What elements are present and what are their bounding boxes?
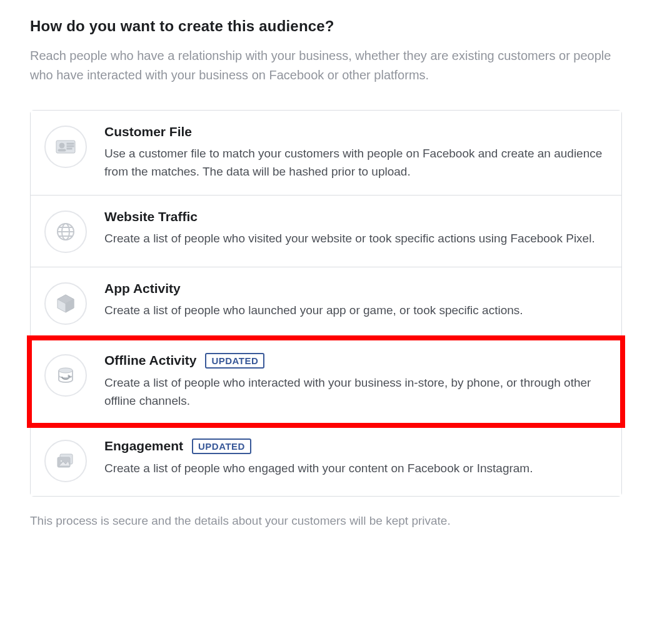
svg-point-1 (59, 143, 64, 148)
option-title: Customer File (104, 124, 192, 139)
option-title: App Activity (104, 281, 181, 296)
audience-option-list: Customer File Use a customer file to mat… (30, 110, 622, 497)
option-desc: Create a list of people who engaged with… (104, 459, 608, 477)
option-title: Offline Activity (104, 353, 196, 368)
updated-badge: UPDATED (192, 438, 251, 454)
svg-rect-5 (67, 148, 72, 149)
option-title: Website Traffic (104, 209, 198, 224)
option-customer-file[interactable]: Customer File Use a customer file to mat… (31, 111, 621, 195)
svg-rect-3 (67, 143, 74, 144)
option-desc: Create a list of people who visited your… (104, 229, 608, 247)
svg-point-18 (60, 460, 63, 462)
option-desc: Create a list of people who launched you… (104, 301, 608, 319)
option-desc: Create a list of people who interacted w… (104, 374, 608, 410)
svg-rect-2 (58, 149, 66, 151)
option-website-traffic[interactable]: Website Traffic Create a list of people … (31, 195, 621, 267)
page-title: How do you want to create this audience? (30, 17, 622, 35)
globe-icon (44, 211, 87, 253)
updated-badge: UPDATED (205, 353, 264, 369)
id-card-icon (44, 126, 87, 168)
cube-icon (44, 282, 87, 325)
footer-note: This process is secure and the details a… (30, 514, 622, 528)
svg-point-14 (59, 368, 73, 373)
option-app-activity[interactable]: App Activity Create a list of people who… (31, 267, 621, 339)
svg-rect-4 (67, 146, 74, 147)
sync-icon (44, 354, 87, 397)
option-desc: Use a customer file to match your custom… (104, 144, 608, 181)
option-title: Engagement (104, 438, 183, 453)
cards-icon (44, 440, 87, 482)
option-engagement[interactable]: Engagement UPDATED Create a list of peop… (31, 424, 621, 496)
option-offline-activity[interactable]: Offline Activity UPDATED Create a list o… (31, 339, 621, 424)
page-subtitle: Reach people who have a relationship wit… (30, 46, 622, 85)
